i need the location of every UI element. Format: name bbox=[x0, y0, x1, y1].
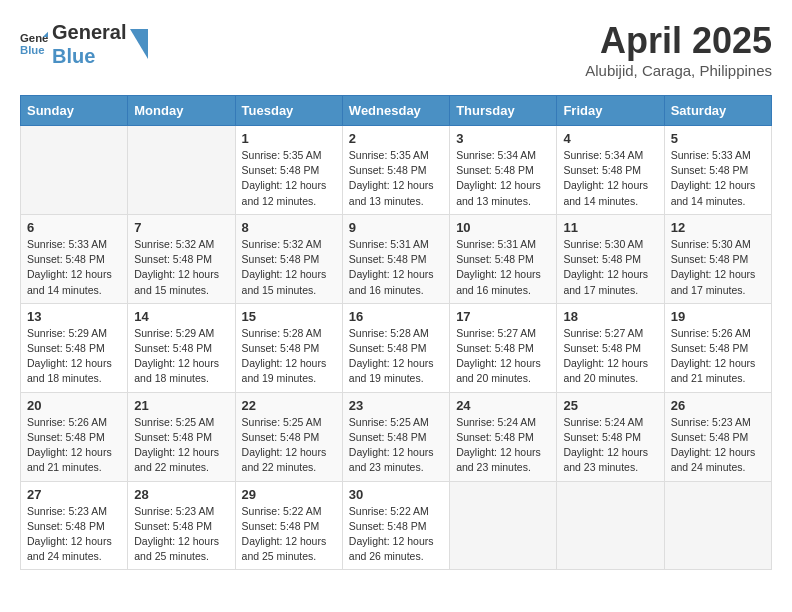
day-info: Sunrise: 5:34 AM Sunset: 5:48 PM Dayligh… bbox=[563, 148, 657, 209]
calendar-week-row: 1 Sunrise: 5:35 AM Sunset: 5:48 PM Dayli… bbox=[21, 126, 772, 215]
day-info: Sunrise: 5:29 AM Sunset: 5:48 PM Dayligh… bbox=[27, 326, 121, 387]
day-number: 26 bbox=[671, 398, 765, 413]
title-block: April 2025 Alubijid, Caraga, Philippines bbox=[585, 20, 772, 79]
calendar-week-row: 27 Sunrise: 5:23 AM Sunset: 5:48 PM Dayl… bbox=[21, 481, 772, 570]
day-info: Sunrise: 5:28 AM Sunset: 5:48 PM Dayligh… bbox=[242, 326, 336, 387]
svg-text:Blue: Blue bbox=[20, 44, 45, 56]
day-number: 14 bbox=[134, 309, 228, 324]
day-info: Sunrise: 5:32 AM Sunset: 5:48 PM Dayligh… bbox=[134, 237, 228, 298]
logo-arrow-icon bbox=[130, 29, 148, 59]
calendar-cell: 29 Sunrise: 5:22 AM Sunset: 5:48 PM Dayl… bbox=[235, 481, 342, 570]
day-info: Sunrise: 5:24 AM Sunset: 5:48 PM Dayligh… bbox=[456, 415, 550, 476]
day-info: Sunrise: 5:32 AM Sunset: 5:48 PM Dayligh… bbox=[242, 237, 336, 298]
svg-text:General: General bbox=[20, 32, 48, 44]
day-info: Sunrise: 5:23 AM Sunset: 5:48 PM Dayligh… bbox=[671, 415, 765, 476]
day-number: 6 bbox=[27, 220, 121, 235]
day-info: Sunrise: 5:23 AM Sunset: 5:48 PM Dayligh… bbox=[134, 504, 228, 565]
day-info: Sunrise: 5:26 AM Sunset: 5:48 PM Dayligh… bbox=[27, 415, 121, 476]
day-info: Sunrise: 5:28 AM Sunset: 5:48 PM Dayligh… bbox=[349, 326, 443, 387]
calendar-cell: 18 Sunrise: 5:27 AM Sunset: 5:48 PM Dayl… bbox=[557, 303, 664, 392]
day-number: 15 bbox=[242, 309, 336, 324]
day-info: Sunrise: 5:27 AM Sunset: 5:48 PM Dayligh… bbox=[456, 326, 550, 387]
day-info: Sunrise: 5:35 AM Sunset: 5:48 PM Dayligh… bbox=[242, 148, 336, 209]
day-number: 7 bbox=[134, 220, 228, 235]
calendar-cell: 13 Sunrise: 5:29 AM Sunset: 5:48 PM Dayl… bbox=[21, 303, 128, 392]
day-number: 17 bbox=[456, 309, 550, 324]
day-number: 28 bbox=[134, 487, 228, 502]
calendar-cell: 14 Sunrise: 5:29 AM Sunset: 5:48 PM Dayl… bbox=[128, 303, 235, 392]
day-number: 4 bbox=[563, 131, 657, 146]
day-number: 30 bbox=[349, 487, 443, 502]
day-number: 16 bbox=[349, 309, 443, 324]
calendar-header-row: SundayMondayTuesdayWednesdayThursdayFrid… bbox=[21, 96, 772, 126]
calendar-cell: 28 Sunrise: 5:23 AM Sunset: 5:48 PM Dayl… bbox=[128, 481, 235, 570]
day-info: Sunrise: 5:29 AM Sunset: 5:48 PM Dayligh… bbox=[134, 326, 228, 387]
calendar-cell: 20 Sunrise: 5:26 AM Sunset: 5:48 PM Dayl… bbox=[21, 392, 128, 481]
day-number: 13 bbox=[27, 309, 121, 324]
day-number: 25 bbox=[563, 398, 657, 413]
day-info: Sunrise: 5:30 AM Sunset: 5:48 PM Dayligh… bbox=[671, 237, 765, 298]
calendar-cell: 2 Sunrise: 5:35 AM Sunset: 5:48 PM Dayli… bbox=[342, 126, 449, 215]
day-number: 23 bbox=[349, 398, 443, 413]
day-number: 5 bbox=[671, 131, 765, 146]
day-header-tuesday: Tuesday bbox=[235, 96, 342, 126]
day-info: Sunrise: 5:22 AM Sunset: 5:48 PM Dayligh… bbox=[242, 504, 336, 565]
calendar-cell: 4 Sunrise: 5:34 AM Sunset: 5:48 PM Dayli… bbox=[557, 126, 664, 215]
day-header-saturday: Saturday bbox=[664, 96, 771, 126]
day-info: Sunrise: 5:24 AM Sunset: 5:48 PM Dayligh… bbox=[563, 415, 657, 476]
logo-blue: Blue bbox=[52, 44, 126, 68]
day-number: 8 bbox=[242, 220, 336, 235]
calendar-week-row: 13 Sunrise: 5:29 AM Sunset: 5:48 PM Dayl… bbox=[21, 303, 772, 392]
day-number: 3 bbox=[456, 131, 550, 146]
day-number: 10 bbox=[456, 220, 550, 235]
page-header: General Blue General Blue April 2025 Alu… bbox=[20, 20, 772, 79]
calendar-table: SundayMondayTuesdayWednesdayThursdayFrid… bbox=[20, 95, 772, 570]
svg-marker-3 bbox=[130, 29, 148, 59]
calendar-cell bbox=[128, 126, 235, 215]
day-info: Sunrise: 5:34 AM Sunset: 5:48 PM Dayligh… bbox=[456, 148, 550, 209]
calendar-cell: 9 Sunrise: 5:31 AM Sunset: 5:48 PM Dayli… bbox=[342, 214, 449, 303]
calendar-cell: 1 Sunrise: 5:35 AM Sunset: 5:48 PM Dayli… bbox=[235, 126, 342, 215]
day-info: Sunrise: 5:35 AM Sunset: 5:48 PM Dayligh… bbox=[349, 148, 443, 209]
calendar-week-row: 6 Sunrise: 5:33 AM Sunset: 5:48 PM Dayli… bbox=[21, 214, 772, 303]
day-number: 24 bbox=[456, 398, 550, 413]
logo-general: General bbox=[52, 20, 126, 44]
calendar-cell: 10 Sunrise: 5:31 AM Sunset: 5:48 PM Dayl… bbox=[450, 214, 557, 303]
calendar-cell: 22 Sunrise: 5:25 AM Sunset: 5:48 PM Dayl… bbox=[235, 392, 342, 481]
calendar-cell: 15 Sunrise: 5:28 AM Sunset: 5:48 PM Dayl… bbox=[235, 303, 342, 392]
day-info: Sunrise: 5:25 AM Sunset: 5:48 PM Dayligh… bbox=[242, 415, 336, 476]
calendar-cell: 17 Sunrise: 5:27 AM Sunset: 5:48 PM Dayl… bbox=[450, 303, 557, 392]
calendar-cell: 30 Sunrise: 5:22 AM Sunset: 5:48 PM Dayl… bbox=[342, 481, 449, 570]
calendar-week-row: 20 Sunrise: 5:26 AM Sunset: 5:48 PM Dayl… bbox=[21, 392, 772, 481]
day-info: Sunrise: 5:25 AM Sunset: 5:48 PM Dayligh… bbox=[349, 415, 443, 476]
day-number: 22 bbox=[242, 398, 336, 413]
calendar-cell bbox=[557, 481, 664, 570]
logo-icon: General Blue bbox=[20, 30, 48, 58]
day-info: Sunrise: 5:31 AM Sunset: 5:48 PM Dayligh… bbox=[456, 237, 550, 298]
day-info: Sunrise: 5:30 AM Sunset: 5:48 PM Dayligh… bbox=[563, 237, 657, 298]
calendar-cell: 6 Sunrise: 5:33 AM Sunset: 5:48 PM Dayli… bbox=[21, 214, 128, 303]
day-info: Sunrise: 5:31 AM Sunset: 5:48 PM Dayligh… bbox=[349, 237, 443, 298]
calendar-cell bbox=[450, 481, 557, 570]
calendar-cell: 25 Sunrise: 5:24 AM Sunset: 5:48 PM Dayl… bbox=[557, 392, 664, 481]
calendar-cell: 21 Sunrise: 5:25 AM Sunset: 5:48 PM Dayl… bbox=[128, 392, 235, 481]
day-number: 20 bbox=[27, 398, 121, 413]
day-header-friday: Friday bbox=[557, 96, 664, 126]
day-info: Sunrise: 5:22 AM Sunset: 5:48 PM Dayligh… bbox=[349, 504, 443, 565]
calendar-cell: 5 Sunrise: 5:33 AM Sunset: 5:48 PM Dayli… bbox=[664, 126, 771, 215]
day-info: Sunrise: 5:33 AM Sunset: 5:48 PM Dayligh… bbox=[27, 237, 121, 298]
day-number: 29 bbox=[242, 487, 336, 502]
day-header-monday: Monday bbox=[128, 96, 235, 126]
day-number: 27 bbox=[27, 487, 121, 502]
calendar-cell: 3 Sunrise: 5:34 AM Sunset: 5:48 PM Dayli… bbox=[450, 126, 557, 215]
day-header-sunday: Sunday bbox=[21, 96, 128, 126]
day-number: 2 bbox=[349, 131, 443, 146]
calendar-cell: 8 Sunrise: 5:32 AM Sunset: 5:48 PM Dayli… bbox=[235, 214, 342, 303]
day-header-thursday: Thursday bbox=[450, 96, 557, 126]
calendar-cell: 24 Sunrise: 5:24 AM Sunset: 5:48 PM Dayl… bbox=[450, 392, 557, 481]
calendar-cell bbox=[21, 126, 128, 215]
day-number: 18 bbox=[563, 309, 657, 324]
day-number: 12 bbox=[671, 220, 765, 235]
calendar-cell: 11 Sunrise: 5:30 AM Sunset: 5:48 PM Dayl… bbox=[557, 214, 664, 303]
calendar-cell: 12 Sunrise: 5:30 AM Sunset: 5:48 PM Dayl… bbox=[664, 214, 771, 303]
